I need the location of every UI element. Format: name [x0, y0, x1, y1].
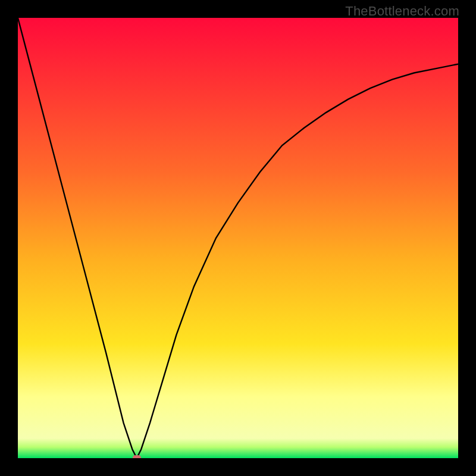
bottleneck-curve — [18, 18, 458, 458]
curve-path — [18, 18, 458, 458]
attribution-text: TheBottleneck.com — [345, 4, 459, 19]
optimal-point-marker — [133, 455, 141, 458]
chart-frame — [18, 18, 458, 458]
